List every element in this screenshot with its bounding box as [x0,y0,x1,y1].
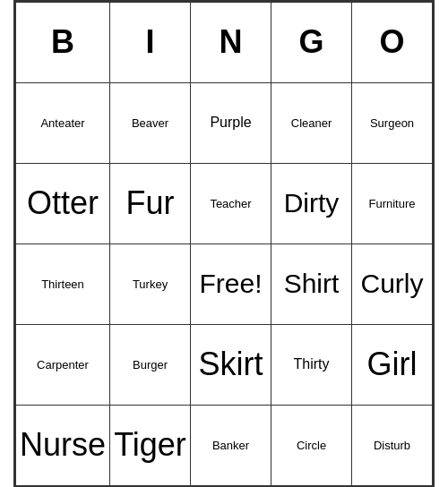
table-row: OtterFurTeacherDirtyFurniture [15,163,432,244]
bingo-cell: Surgeon [352,82,433,163]
bingo-cell: Furniture [352,163,433,244]
bingo-table: BINGO AnteaterBeaverPurpleCleanerSurgeon… [15,2,433,486]
bingo-cell: Nurse [15,405,109,485]
table-row: NurseTigerBankerCircleDisturb [15,405,432,485]
header-cell-n: N [191,2,271,82]
bingo-cell: Beaver [110,82,191,163]
header-cell-o: O [352,2,433,82]
bingo-cell: Skirt [191,324,271,405]
bingo-cell: Free! [191,244,271,324]
bingo-cell: Tiger [110,405,191,485]
bingo-cell: Anteater [15,82,109,163]
bingo-cell: Thirteen [15,244,109,324]
header-cell-i: I [110,2,191,82]
table-row: ThirteenTurkeyFree!ShirtCurly [15,244,432,324]
bingo-cell: Burger [110,324,191,405]
bingo-cell: Thirty [271,324,352,405]
header-row: BINGO [15,2,432,82]
bingo-cell: Banker [191,405,271,485]
bingo-cell: Otter [15,163,109,244]
bingo-cell: Carpenter [15,324,109,405]
table-row: CarpenterBurgerSkirtThirtyGirl [15,324,432,405]
bingo-cell: Girl [352,324,433,405]
bingo-cell: Teacher [191,163,271,244]
bingo-cell: Fur [110,163,191,244]
header-cell-g: G [271,2,352,82]
table-row: AnteaterBeaverPurpleCleanerSurgeon [15,82,432,163]
header-cell-b: B [15,2,109,82]
bingo-cell: Turkey [110,244,191,324]
bingo-cell: Dirty [271,163,352,244]
bingo-cell: Curly [352,244,433,324]
bingo-cell: Cleaner [271,82,352,163]
bingo-card: BINGO AnteaterBeaverPurpleCleanerSurgeon… [13,0,435,487]
bingo-cell: Disturb [352,405,433,485]
bingo-cell: Purple [191,82,271,163]
bingo-cell: Circle [271,405,352,485]
bingo-cell: Shirt [271,244,352,324]
